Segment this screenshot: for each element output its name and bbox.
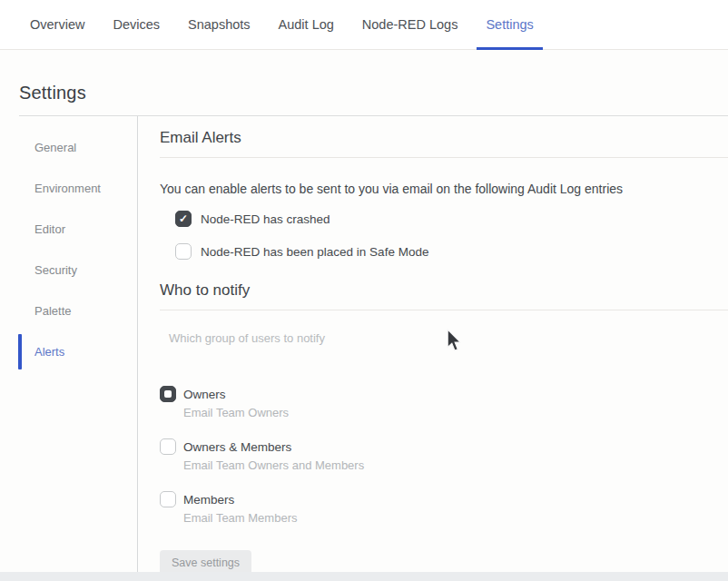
who-to-notify-hint: Which group of users to notify: [169, 331, 728, 345]
alerts-settings-panel: Email Alerts You can enable alerts to be…: [138, 116, 728, 573]
radio-row-owners-members: Owners & Members Email Team Owners and M…: [160, 438, 728, 472]
radio-description: Email Team Members: [183, 511, 297, 525]
radio-row-owners: Owners Email Team Owners: [160, 386, 728, 419]
sidebar-item-environment[interactable]: Environment: [0, 168, 137, 209]
email-alerts-section-title: Email Alerts: [160, 129, 728, 158]
tab-overview[interactable]: Overview: [30, 0, 84, 49]
sidebar-item-palette[interactable]: Palette: [0, 290, 137, 331]
checkbox-label: Node-RED has crashed: [201, 212, 330, 226]
radio-dot-icon: [164, 390, 172, 398]
tab-bar: Overview Devices Snapshots Audit Log Nod…: [0, 0, 728, 50]
radio-description: Email Team Owners and Members: [183, 458, 364, 472]
tab-node-red-logs[interactable]: Node-RED Logs: [362, 0, 458, 49]
sidebar-item-editor[interactable]: Editor: [0, 209, 137, 250]
radio-description: Email Team Owners: [183, 406, 289, 419]
sidebar-item-alerts[interactable]: Alerts: [0, 331, 137, 372]
tab-devices[interactable]: Devices: [113, 0, 160, 49]
notify-radio-group: Owners Email Team Owners Owners & Member…: [160, 386, 728, 525]
bottom-strip: [0, 572, 728, 581]
checkbox-label: Node-RED has been placed in Safe Mode: [201, 245, 428, 259]
tab-audit-log[interactable]: Audit Log: [279, 0, 334, 49]
radio-row-members: Members Email Team Members: [160, 491, 728, 525]
page-title: Settings: [0, 50, 728, 115]
tab-settings[interactable]: Settings: [486, 0, 533, 49]
checkbox-node-red-safe-mode[interactable]: ✓: [175, 243, 192, 260]
checkbox-row-crashed: ✓ Node-RED has crashed: [175, 211, 728, 227]
radio-label: Members: [183, 491, 297, 507]
radio-owners-members[interactable]: [160, 438, 176, 455]
checkbox-row-safe-mode: ✓ Node-RED has been placed in Safe Mode: [175, 243, 728, 260]
radio-label: Owners: [183, 386, 289, 401]
radio-members[interactable]: [160, 491, 176, 507]
check-icon: ✓: [179, 213, 188, 224]
settings-sidebar: General Environment Editor Security Pale…: [0, 116, 138, 573]
sidebar-item-security[interactable]: Security: [0, 250, 137, 290]
checkbox-node-red-crashed[interactable]: ✓: [175, 211, 192, 227]
email-alerts-description: You can enable alerts to be sent to you …: [160, 182, 728, 196]
who-to-notify-section-title: Who to notify: [160, 281, 728, 310]
tab-snapshots[interactable]: Snapshots: [188, 0, 251, 49]
sidebar-item-general[interactable]: General: [0, 127, 137, 168]
radio-label: Owners & Members: [183, 438, 364, 454]
radio-owners[interactable]: [160, 386, 176, 402]
